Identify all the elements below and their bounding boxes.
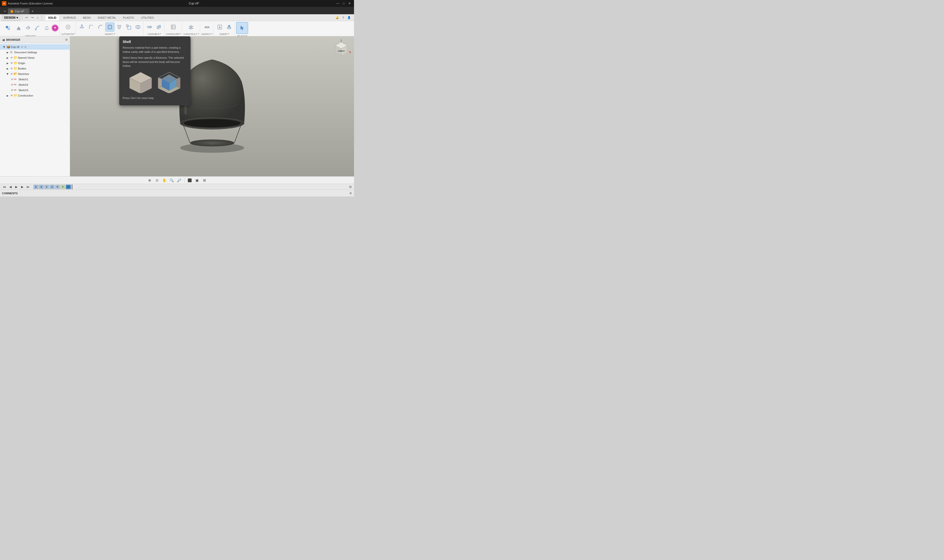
timeline-item-2[interactable]: S bbox=[39, 185, 44, 189]
viewport[interactable]: Shell Removes material from a part inter… bbox=[70, 36, 354, 176]
timeline-item-3[interactable]: E bbox=[44, 185, 49, 189]
select-button[interactable] bbox=[236, 22, 248, 34]
combine-button[interactable] bbox=[134, 23, 142, 31]
fit-button[interactable]: 🔎 bbox=[176, 177, 182, 183]
named-views-label: Named Views bbox=[18, 56, 35, 59]
zoom-button[interactable]: 🔍 bbox=[169, 177, 175, 183]
measure-button[interactable] bbox=[202, 23, 211, 31]
timeline-item-6[interactable]: F bbox=[60, 185, 65, 189]
main-content: ◀ BROWSER ⚙ ▶ 📦 Cup v9 👁 ⚙ ▶ ⚙ Document … bbox=[0, 36, 354, 176]
press-pull-button[interactable] bbox=[77, 23, 86, 31]
offset-plane-button[interactable] bbox=[187, 23, 196, 31]
timeline-item-1[interactable]: S bbox=[34, 185, 39, 189]
browser-collapse-button[interactable]: ◀ bbox=[2, 38, 5, 42]
tab-surface[interactable]: SURFACE bbox=[60, 15, 79, 20]
app-title: Autodesk Fusion (Education License) bbox=[8, 2, 52, 5]
design-dropdown[interactable]: DESIGN ▾ bbox=[2, 14, 20, 21]
extrude-button[interactable] bbox=[14, 23, 23, 32]
timeline-prev-button[interactable]: ◀ bbox=[8, 185, 13, 189]
timeline-next-button[interactable]: ▶ bbox=[20, 185, 25, 189]
svg-rect-4 bbox=[17, 29, 21, 30]
svg-marker-3 bbox=[17, 26, 21, 29]
pan-button[interactable]: ✋ bbox=[161, 177, 168, 183]
tree-item-sketch2[interactable]: 👁 ✏ Sketch2 bbox=[0, 82, 70, 88]
tree-item-sketch1[interactable]: 👁 ✏ Sketch1 bbox=[0, 77, 70, 82]
configure-button[interactable] bbox=[169, 23, 178, 31]
display-settings-button[interactable]: ▣ bbox=[194, 177, 201, 183]
comments-settings-button[interactable]: ⚙ bbox=[349, 192, 352, 195]
tab-sheet-metal[interactable]: SHEET METAL bbox=[94, 15, 119, 20]
add-tab-button[interactable]: + bbox=[29, 8, 35, 14]
insert2-button[interactable] bbox=[225, 23, 233, 31]
file-tab-cup[interactable]: 🟠 Cup v9* × bbox=[8, 8, 29, 14]
tab-solid[interactable]: SOLID bbox=[45, 15, 60, 20]
timeline-item-4[interactable]: S bbox=[50, 185, 55, 189]
root-visible-icon: 👁 bbox=[21, 46, 23, 48]
redo-button[interactable]: ↪ bbox=[30, 15, 35, 20]
browser-header: ◀ BROWSER ⚙ bbox=[0, 36, 70, 43]
timeline-first-button[interactable]: ⏮ bbox=[2, 185, 7, 189]
close-button[interactable]: ✕ bbox=[347, 1, 352, 6]
chamfer-button[interactable] bbox=[96, 23, 105, 31]
window-title: Cup v9* bbox=[52, 2, 335, 5]
insert-button[interactable] bbox=[215, 23, 224, 31]
environment-button[interactable]: ⊞ bbox=[201, 177, 208, 183]
tab-mesh[interactable]: MESH bbox=[80, 15, 94, 20]
visual-style-button[interactable]: ⬛ bbox=[187, 177, 193, 183]
sketch3-label: Sketch3 bbox=[19, 89, 28, 92]
tree-item-bodies[interactable]: ▶ 👁 📁 Bodies bbox=[0, 66, 70, 71]
scale-button[interactable] bbox=[124, 23, 133, 31]
tree-item-sketches[interactable]: ▶ 👁 📂 Sketches bbox=[0, 71, 70, 77]
more-create-tools[interactable] bbox=[52, 25, 59, 31]
root-label: Cup v9 bbox=[11, 45, 19, 48]
shell-button[interactable] bbox=[105, 23, 114, 31]
timeline-item-5[interactable]: R bbox=[55, 185, 60, 189]
undo-button[interactable]: ↩ bbox=[24, 15, 29, 20]
tree-item-doc-settings[interactable]: ▶ ⚙ Document Settings bbox=[0, 49, 70, 55]
svg-point-9 bbox=[46, 26, 48, 27]
tab-utilities[interactable]: UTILITIES bbox=[138, 15, 157, 20]
view-cube[interactable]: Z X FRONT RIGHT bbox=[332, 39, 351, 59]
origin-eye-icon: 👁 bbox=[10, 62, 13, 65]
tree-item-named-views[interactable]: ▶ 👁 📁 Named Views bbox=[0, 55, 70, 60]
construct-icons bbox=[187, 22, 196, 32]
browser-settings-button[interactable]: ⚙ bbox=[65, 38, 68, 42]
minimize-button[interactable]: — bbox=[335, 1, 340, 6]
automate-icons bbox=[64, 22, 72, 32]
orbit-button[interactable]: ⊕ bbox=[147, 177, 153, 183]
doc-settings-label: Document Settings bbox=[14, 51, 37, 54]
new-component-button[interactable]: + bbox=[2, 22, 14, 34]
toolbar-group-select: SELECT ▾ bbox=[235, 22, 249, 36]
new-joint-button[interactable] bbox=[145, 23, 154, 31]
tree-item-sketch3[interactable]: 👁 ✏ Sketch3 bbox=[0, 88, 70, 93]
assemble2-button[interactable] bbox=[154, 23, 163, 31]
timeline-settings-button[interactable]: ⚙ bbox=[349, 185, 352, 189]
sweep-button[interactable] bbox=[33, 23, 42, 32]
inspect-label-row: INSPECT ▾ bbox=[202, 32, 213, 35]
new-tab-button[interactable]: + bbox=[2, 8, 8, 14]
account-button[interactable]: 👤 bbox=[346, 15, 352, 20]
svg-rect-7 bbox=[35, 29, 37, 30]
tree-item-root[interactable]: ▶ 📦 Cup v9 👁 ⚙ bbox=[0, 44, 70, 49]
tree-item-construction[interactable]: ▶ 👁 📁 Construction bbox=[0, 93, 70, 98]
home-button[interactable]: ⌂ bbox=[35, 15, 40, 20]
construction-label: Construction bbox=[18, 94, 33, 97]
shell-tooltip: Shell Removes material from a part inter… bbox=[119, 36, 191, 105]
toolbar-group-construct: CONSTRUCT ▾ bbox=[182, 22, 200, 36]
tab-plastic[interactable]: PLASTIC bbox=[120, 15, 137, 20]
automate-button[interactable] bbox=[64, 23, 72, 31]
notifications-button[interactable]: 🔔 bbox=[334, 15, 340, 20]
maximize-button[interactable]: □ bbox=[341, 1, 346, 6]
look-at-button[interactable]: ⊙ bbox=[154, 177, 160, 183]
close-tab-button[interactable]: × bbox=[26, 10, 27, 12]
help-button[interactable]: ? bbox=[341, 15, 345, 20]
svg-point-12 bbox=[68, 26, 69, 28]
timeline-item-7[interactable]: Sh bbox=[66, 185, 71, 189]
revolve-button[interactable] bbox=[23, 23, 32, 32]
draft-button[interactable] bbox=[115, 23, 123, 31]
tree-item-origin[interactable]: ▶ 👁 📁 Origin bbox=[0, 60, 70, 66]
timeline-last-button[interactable]: ⏭ bbox=[26, 185, 31, 189]
timeline-play-button[interactable]: ▶ bbox=[14, 185, 19, 189]
loft-button[interactable] bbox=[42, 23, 51, 32]
fillet-button[interactable] bbox=[87, 23, 96, 31]
